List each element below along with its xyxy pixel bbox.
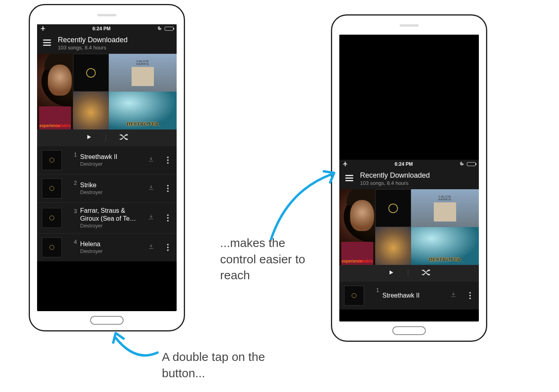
download-icon[interactable] [148,184,160,192]
phone-mockup-right: 6:24 PM Recently Downloaded 103 son [331,14,487,342]
song-row[interactable]: 1 Streethawk IIDestroyer [37,146,177,174]
page-title: Recently Downloaded [360,171,430,180]
album-art-label: DESTROYER [429,256,461,263]
song-artist: Destroyer [80,161,145,167]
battery-icon [165,27,173,31]
shuffle-button[interactable] [422,269,431,278]
album-art-label: hendrix [56,123,71,128]
phone-speaker [400,24,419,27]
divider [106,134,106,141]
status-time: 6:24 PM [46,26,157,31]
annotation-arrow-left [108,331,163,368]
status-time: 6:24 PM [348,161,459,167]
home-button[interactable] [392,326,426,335]
reachability-blank-area [339,35,479,160]
page-title: Recently Downloaded [58,36,128,45]
play-button[interactable] [388,269,394,277]
more-icon[interactable] [163,185,173,192]
divider [408,270,408,277]
menu-icon[interactable] [42,37,52,49]
song-number: 1 [70,150,77,158]
more-icon[interactable] [163,157,173,164]
phone-screen-right: 6:24 PM Recently Downloaded 103 son [339,35,479,321]
app-header: Recently Downloaded 103 songs, 8.4 hours [339,169,479,189]
song-artist: Destroyer [80,189,145,196]
song-list[interactable]: 1 Streethawk II [339,282,479,310]
song-thumb [344,286,364,306]
album-art[interactable] [375,189,411,227]
album-art[interactable] [73,92,109,129]
album-art[interactable]: DESTROYER [109,92,177,129]
album-art-label: HARRIS [136,63,149,65]
album-art-label: HARRIS [439,198,451,201]
annotation-arrow-right [263,167,343,245]
album-art[interactable] [73,54,109,92]
do-not-disturb-icon [459,161,465,167]
play-button[interactable] [86,134,92,142]
menu-icon[interactable] [344,173,354,185]
song-number: 1 [372,286,379,293]
phone-screen-left: 6:24 PM Recently Downloaded 103 songs, 8… [37,24,177,311]
song-artist: Destroyer [80,248,145,255]
phone-speaker [97,14,116,16]
song-thumb [42,237,62,257]
song-thumb [42,208,62,228]
song-title: Streethawk II [382,292,447,300]
song-title: Streethawk II [80,153,145,161]
download-icon[interactable] [148,243,160,251]
album-art[interactable]: experience hendrix [339,189,375,265]
album-art-grid: CALVIN HARRIS experience hendrix DESTROY… [37,54,177,129]
song-row[interactable]: 2 StrikeDestroyer [37,174,177,203]
album-art[interactable]: CALVIN HARRIS [411,189,479,227]
song-thumb [42,150,62,170]
more-icon[interactable] [465,292,475,299]
album-art[interactable]: CALVIN HARRIS [109,54,177,92]
song-artist: Destroyer [80,223,145,229]
page-subtitle: 103 songs, 8.4 hours [58,45,128,51]
album-art-label: CALVIN [439,195,451,198]
song-title: Strike [80,181,145,189]
playback-controls [339,265,479,282]
more-icon[interactable] [163,244,173,251]
annotation-text-left: A double tap on the button... [162,349,289,381]
status-bar: 6:24 PM [339,160,479,169]
album-art[interactable] [375,227,411,265]
song-list[interactable]: 1 Streethawk IIDestroyer 2 StrikeDestroy… [37,146,177,261]
album-art[interactable]: experience hendrix [37,54,73,129]
album-art[interactable]: DESTROYER [411,227,479,265]
phone-mockup-left: 6:24 PM Recently Downloaded 103 songs, 8… [29,4,185,331]
download-icon[interactable] [148,214,160,222]
song-title: Farrar, Straus & Giroux (Sea of Te… [80,207,145,223]
song-title: Helena [80,240,145,248]
playback-controls [37,129,177,146]
battery-icon [467,162,476,166]
song-number: 2 [70,178,77,186]
song-row[interactable]: 1 Streethawk II [339,282,479,310]
page-subtitle: 103 songs, 8.4 hours [360,180,430,186]
album-art-grid: CALVIN HARRIS experience hendrix DESTROY… [339,189,479,265]
download-icon[interactable] [450,292,462,300]
download-icon[interactable] [148,156,160,164]
airplane-mode-icon [342,161,348,168]
shuffle-button[interactable] [120,133,128,142]
song-thumb [42,178,62,198]
do-not-disturb-icon [157,25,162,32]
more-icon[interactable] [163,214,173,221]
app-header: Recently Downloaded 103 songs, 8.4 hours [37,33,177,54]
song-number: 4 [70,237,77,245]
song-row[interactable]: 4 HelenaDestroyer [37,233,177,261]
album-art-label: hendrix [358,259,373,263]
airplane-mode-icon [40,25,46,32]
song-row[interactable]: 3 Farrar, Straus & Giroux (Sea of Te…Des… [37,203,177,233]
song-number: 3 [70,207,77,214]
status-bar: 6:24 PM [37,24,177,33]
album-art-label: DESTROYER [127,121,159,127]
home-button[interactable] [90,316,124,325]
album-art-label: CALVIN [137,60,149,63]
